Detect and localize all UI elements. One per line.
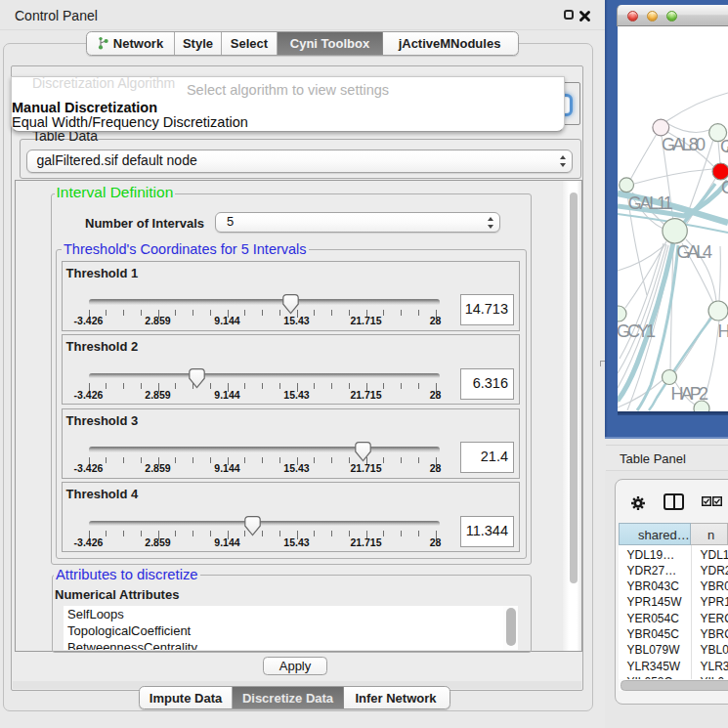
svg-text:GAL80: GAL80 (662, 135, 706, 154)
svg-text:C: C (721, 178, 728, 197)
svg-text:H: H (718, 321, 728, 341)
svg-text:GAL4: GAL4 (677, 242, 713, 262)
svg-text:GCY1: GCY1 (618, 321, 656, 341)
svg-text:GA: GA (720, 137, 728, 156)
svg-text:GAL11: GAL11 (628, 193, 673, 213)
svg-text:HAP2: HAP2 (671, 384, 709, 404)
